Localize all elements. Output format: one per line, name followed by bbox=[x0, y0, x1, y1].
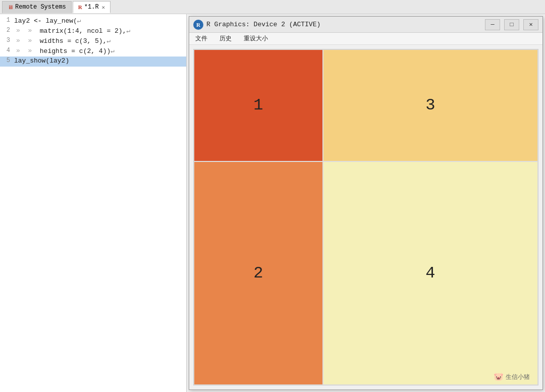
menu-resize[interactable]: 重设大小 bbox=[242, 33, 270, 44]
close-button[interactable]: ✕ bbox=[523, 19, 538, 30]
tab-remote-systems[interactable]: 🖥 Remote Systems bbox=[2, 1, 72, 13]
tab-remote-systems-label: Remote Systems bbox=[15, 4, 66, 11]
line-number-5: 5 bbox=[0, 57, 14, 64]
tab-bar: 🖥 Remote Systems R *1.R ✕ bbox=[0, 0, 545, 14]
tab-r-script-label: *1.R bbox=[84, 4, 99, 11]
code-text-5: lay_show(lay2) bbox=[14, 57, 69, 65]
cont-marker-4: » » bbox=[16, 47, 40, 54]
window-title-text: R Graphics: Device 2 (ACTIVE) bbox=[206, 21, 320, 28]
plot-cell-4: 4 bbox=[323, 161, 538, 385]
cell-label-4: 4 bbox=[425, 264, 435, 283]
cont-marker-3: » » bbox=[16, 37, 40, 44]
window-controls: — □ ✕ bbox=[485, 19, 538, 30]
code-line-3: 3 » » widths = c(3, 5),↵ bbox=[0, 36, 186, 46]
window-titlebar: R R Graphics: Device 2 (ACTIVE) — □ ✕ bbox=[189, 17, 542, 33]
code-panel: 1 lay2 <- lay_new(↵ 2 » » matrix(1:4, nc… bbox=[0, 14, 187, 392]
line-number-3: 3 bbox=[0, 37, 14, 44]
watermark-text: 生信小猪 bbox=[506, 373, 530, 381]
watermark: 🐷 生信小猪 bbox=[494, 372, 530, 382]
window-title-area: R R Graphics: Device 2 (ACTIVE) bbox=[193, 20, 320, 30]
cell-label-1: 1 bbox=[253, 96, 263, 115]
minimize-button[interactable]: — bbox=[485, 19, 500, 30]
main-content: 1 lay2 <- lay_new(↵ 2 » » matrix(1:4, nc… bbox=[0, 14, 545, 392]
code-text-2: matrix(1:4, ncol = 2),↵ bbox=[40, 27, 130, 35]
plot-area: 1 3 2 4 bbox=[193, 49, 538, 385]
cell-label-3: 3 bbox=[425, 96, 435, 115]
r-script-icon: R bbox=[78, 4, 82, 10]
line-number-4: 4 bbox=[0, 47, 14, 54]
window-menubar: 文件 历史 重设大小 bbox=[189, 33, 542, 45]
tab-close-icon[interactable]: ✕ bbox=[102, 4, 105, 11]
plot-cell-1: 1 bbox=[194, 49, 323, 161]
code-text-4: heights = c(2, 4))↵ bbox=[40, 47, 115, 55]
plot-cell-2: 2 bbox=[194, 161, 323, 385]
menu-file[interactable]: 文件 bbox=[193, 33, 209, 44]
cell-label-2: 2 bbox=[253, 264, 263, 283]
code-line-1: 1 lay2 <- lay_new(↵ bbox=[0, 16, 186, 26]
plot-cell-3: 3 bbox=[323, 49, 538, 161]
code-text-3: widths = c(3, 5),↵ bbox=[40, 37, 111, 45]
r-logo-icon: R bbox=[193, 20, 203, 30]
remote-systems-icon: 🖥 bbox=[8, 4, 13, 11]
graphics-window: R R Graphics: Device 2 (ACTIVE) — □ ✕ 文件… bbox=[189, 16, 543, 390]
menu-history[interactable]: 历史 bbox=[217, 33, 234, 44]
code-line-2: 2 » » matrix(1:4, ncol = 2),↵ bbox=[0, 26, 186, 36]
maximize-button[interactable]: □ bbox=[504, 19, 519, 30]
code-text-1: lay2 <- lay_new(↵ bbox=[14, 17, 81, 25]
cont-marker-2: » » bbox=[16, 27, 40, 34]
line-number-2: 2 bbox=[0, 27, 14, 34]
line-number-1: 1 bbox=[0, 17, 14, 24]
code-line-5: 5 lay_show(lay2) bbox=[0, 57, 186, 67]
code-line-4: 4 » » heights = c(2, 4))↵ bbox=[0, 46, 186, 57]
tab-r-script[interactable]: R *1.R ✕ bbox=[73, 1, 111, 13]
watermark-icon: 🐷 bbox=[494, 372, 504, 382]
